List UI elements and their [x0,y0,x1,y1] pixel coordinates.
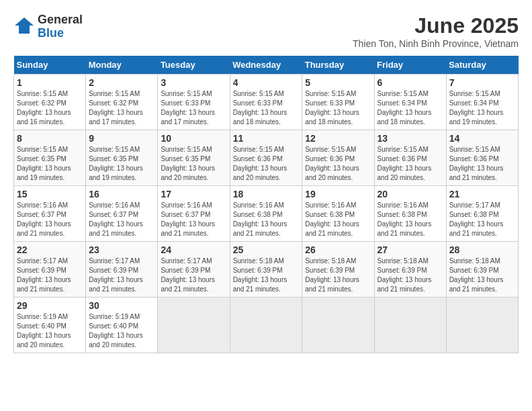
day-number: 4 [233,77,300,88]
day-number: 18 [233,189,300,199]
day-info: Sunrise: 5:17 AM Sunset: 6:39 PM Dayligh… [161,257,226,294]
calendar-cell: 1 Sunrise: 5:15 AM Sunset: 6:32 PM Dayli… [14,75,86,130]
day-number: 7 [449,77,515,88]
day-info: Sunrise: 5:15 AM Sunset: 6:36 PM Dayligh… [233,145,300,183]
day-number: 8 [17,133,83,144]
day-info: Sunrise: 5:17 AM Sunset: 6:39 PM Dayligh… [17,257,83,294]
calendar-cell: 24 Sunrise: 5:17 AM Sunset: 6:39 PM Dayl… [158,242,230,298]
day-number: 1 [17,77,83,88]
day-info: Sunrise: 5:15 AM Sunset: 6:35 PM Dayligh… [161,145,226,183]
day-info: Sunrise: 5:16 AM Sunset: 6:38 PM Dayligh… [305,201,371,238]
calendar-cell: 10 Sunrise: 5:15 AM Sunset: 6:35 PM Dayl… [158,130,230,186]
month-title: June 2025 [353,13,519,38]
day-info: Sunrise: 5:15 AM Sunset: 6:33 PM Dayligh… [161,89,226,127]
calendar-cell: 9 Sunrise: 5:15 AM Sunset: 6:35 PM Dayli… [86,130,158,186]
day-info: Sunrise: 5:17 AM Sunset: 6:38 PM Dayligh… [449,201,515,238]
calendar-week-row: 29 Sunrise: 5:19 AM Sunset: 6:40 PM Dayl… [14,298,519,353]
calendar-week-row: 22 Sunrise: 5:17 AM Sunset: 6:39 PM Dayl… [14,242,519,298]
calendar-cell: 19 Sunrise: 5:16 AM Sunset: 6:38 PM Dayl… [302,186,374,242]
header-saturday: Saturday [446,56,518,75]
calendar-cell: 11 Sunrise: 5:15 AM Sunset: 6:36 PM Dayl… [230,130,302,186]
day-number: 22 [17,244,83,255]
calendar-week-row: 1 Sunrise: 5:15 AM Sunset: 6:32 PM Dayli… [14,75,519,130]
day-info: Sunrise: 5:19 AM Sunset: 6:40 PM Dayligh… [17,312,83,350]
day-info: Sunrise: 5:15 AM Sunset: 6:34 PM Dayligh… [449,89,515,127]
day-number: 16 [89,189,154,199]
day-number: 25 [233,244,300,255]
day-number: 11 [233,133,300,144]
day-number: 12 [305,133,371,144]
calendar-cell: 25 Sunrise: 5:18 AM Sunset: 6:39 PM Dayl… [230,242,302,298]
calendar-cell [302,298,374,353]
logo-general-text: General [38,13,83,26]
logo: General Blue [13,13,83,40]
day-number: 30 [89,300,154,311]
page-header: General Blue June 2025 Thien Ton, Ninh B… [13,13,519,49]
day-info: Sunrise: 5:16 AM Sunset: 6:37 PM Dayligh… [17,201,83,238]
header-wednesday: Wednesday [230,56,302,75]
logo-blue-text: Blue [38,26,64,40]
day-number: 9 [89,133,154,144]
calendar-cell: 14 Sunrise: 5:15 AM Sunset: 6:36 PM Dayl… [446,130,518,186]
svg-marker-0 [15,17,34,34]
calendar-cell: 12 Sunrise: 5:15 AM Sunset: 6:36 PM Dayl… [302,130,374,186]
day-info: Sunrise: 5:17 AM Sunset: 6:39 PM Dayligh… [89,257,154,294]
calendar-cell: 13 Sunrise: 5:15 AM Sunset: 6:36 PM Dayl… [374,130,446,186]
header-monday: Monday [86,56,158,75]
day-info: Sunrise: 5:19 AM Sunset: 6:40 PM Dayligh… [89,312,154,350]
calendar-cell: 28 Sunrise: 5:18 AM Sunset: 6:39 PM Dayl… [446,242,518,298]
calendar-cell: 30 Sunrise: 5:19 AM Sunset: 6:40 PM Dayl… [86,298,158,353]
calendar-cell: 22 Sunrise: 5:17 AM Sunset: 6:39 PM Dayl… [14,242,86,298]
day-number: 6 [378,77,443,88]
calendar-cell: 6 Sunrise: 5:15 AM Sunset: 6:34 PM Dayli… [374,75,446,130]
day-info: Sunrise: 5:15 AM Sunset: 6:33 PM Dayligh… [233,89,300,127]
day-info: Sunrise: 5:16 AM Sunset: 6:37 PM Dayligh… [161,201,226,238]
day-info: Sunrise: 5:15 AM Sunset: 6:36 PM Dayligh… [378,145,443,183]
calendar-cell: 23 Sunrise: 5:17 AM Sunset: 6:39 PM Dayl… [86,242,158,298]
day-info: Sunrise: 5:15 AM Sunset: 6:35 PM Dayligh… [17,145,83,183]
day-info: Sunrise: 5:15 AM Sunset: 6:36 PM Dayligh… [449,145,515,183]
calendar-cell: 21 Sunrise: 5:17 AM Sunset: 6:38 PM Dayl… [446,186,518,242]
day-number: 13 [378,133,443,144]
calendar-cell: 16 Sunrise: 5:16 AM Sunset: 6:37 PM Dayl… [86,186,158,242]
day-number: 26 [305,244,371,255]
calendar-cell: 8 Sunrise: 5:15 AM Sunset: 6:35 PM Dayli… [14,130,86,186]
day-number: 24 [161,244,226,255]
day-info: Sunrise: 5:18 AM Sunset: 6:39 PM Dayligh… [449,257,515,294]
day-info: Sunrise: 5:18 AM Sunset: 6:39 PM Dayligh… [305,257,371,294]
calendar-cell: 2 Sunrise: 5:15 AM Sunset: 6:32 PM Dayli… [86,75,158,130]
day-info: Sunrise: 5:18 AM Sunset: 6:39 PM Dayligh… [233,257,300,294]
day-info: Sunrise: 5:15 AM Sunset: 6:32 PM Dayligh… [89,89,154,127]
calendar-cell: 18 Sunrise: 5:16 AM Sunset: 6:38 PM Dayl… [230,186,302,242]
calendar-cell: 17 Sunrise: 5:16 AM Sunset: 6:37 PM Dayl… [158,186,230,242]
day-number: 15 [17,189,83,199]
calendar-cell: 4 Sunrise: 5:15 AM Sunset: 6:33 PM Dayli… [230,75,302,130]
day-info: Sunrise: 5:16 AM Sunset: 6:38 PM Dayligh… [378,201,443,238]
logo-icon [13,16,35,35]
day-number: 10 [161,133,226,144]
calendar-cell: 29 Sunrise: 5:19 AM Sunset: 6:40 PM Dayl… [14,298,86,353]
day-info: Sunrise: 5:15 AM Sunset: 6:32 PM Dayligh… [17,89,83,127]
day-info: Sunrise: 5:15 AM Sunset: 6:33 PM Dayligh… [305,89,371,127]
day-number: 3 [161,77,226,88]
calendar-cell [158,298,230,353]
location: Thien Ton, Ninh Binh Province, Vietnam [353,38,519,49]
day-number: 21 [449,189,515,199]
day-number: 17 [161,189,226,199]
day-info: Sunrise: 5:15 AM Sunset: 6:35 PM Dayligh… [89,145,154,183]
title-block: June 2025 Thien Ton, Ninh Binh Province,… [353,13,519,49]
day-number: 28 [449,244,515,255]
day-number: 14 [449,133,515,144]
day-number: 19 [305,189,371,199]
header-friday: Friday [374,56,446,75]
calendar-cell: 3 Sunrise: 5:15 AM Sunset: 6:33 PM Dayli… [158,75,230,130]
header-thursday: Thursday [302,56,374,75]
calendar-cell [374,298,446,353]
day-info: Sunrise: 5:15 AM Sunset: 6:34 PM Dayligh… [378,89,443,127]
calendar-cell: 26 Sunrise: 5:18 AM Sunset: 6:39 PM Dayl… [302,242,374,298]
calendar-table: Sunday Monday Tuesday Wednesday Thursday… [13,56,519,353]
calendar-week-row: 8 Sunrise: 5:15 AM Sunset: 6:35 PM Dayli… [14,130,519,186]
day-number: 27 [378,244,443,255]
day-info: Sunrise: 5:15 AM Sunset: 6:36 PM Dayligh… [305,145,371,183]
calendar-cell: 20 Sunrise: 5:16 AM Sunset: 6:38 PM Dayl… [374,186,446,242]
